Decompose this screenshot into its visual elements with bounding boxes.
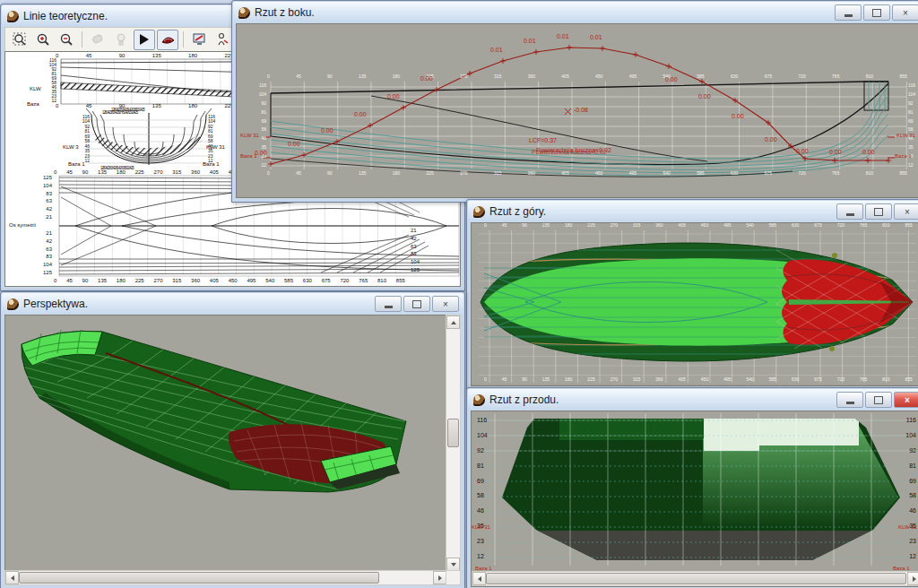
toolbar-render-hull-button[interactable]: [157, 30, 178, 50]
app-icon: [473, 394, 485, 406]
toolbar-separator: [183, 31, 184, 48]
toolbar-bulb-button[interactable]: [110, 30, 132, 50]
front-view-canvas[interactable]: 1161049281695846352312 11610492816958463…: [471, 411, 918, 587]
toolbar-separator: [82, 31, 82, 48]
scroll-left-button[interactable]: [472, 572, 486, 585]
toolbar-fill-black-button[interactable]: [134, 30, 155, 50]
toolbar-zoom-out-button[interactable]: [56, 30, 77, 50]
scroll-right-button[interactable]: [907, 572, 918, 585]
window-rzut-z-boku: Rzut z boku. ×: [231, 0, 918, 203]
mdi-desktop: Linie teoretyczne.: [0, 0, 918, 588]
perspective-canvas[interactable]: [4, 315, 447, 572]
toolbar-zoom-in-button[interactable]: [32, 30, 54, 50]
close-button[interactable]: ×: [894, 392, 918, 408]
scroll-right-button[interactable]: [433, 571, 446, 584]
app-icon: [7, 298, 19, 310]
side-view-drawing: [237, 24, 918, 198]
vertical-scroll-thumb[interactable]: [447, 419, 459, 447]
toolbar-zoom-window-button[interactable]: [9, 30, 30, 50]
restore-button[interactable]: [865, 392, 892, 408]
restore-button[interactable]: [863, 4, 890, 21]
front-view-drawing: [472, 411, 918, 571]
window-perspektywa: Perspektywa. ×: [0, 291, 465, 588]
window-title: Rzut z góry.: [489, 205, 546, 218]
minimize-button[interactable]: [836, 203, 863, 220]
side-view-canvas[interactable]: 0459013518022527031536040545049554058563…: [236, 23, 918, 198]
window-rzut-z-przodu: Rzut z przodu. ×: [466, 387, 918, 588]
toolbar-plot-button[interactable]: [212, 30, 233, 50]
minimize-button[interactable]: [835, 4, 862, 21]
top-view-canvas[interactable]: 0459013518022527031536040545049554058563…: [471, 222, 918, 386]
close-button[interactable]: ×: [892, 4, 918, 21]
scroll-up-button[interactable]: [446, 316, 460, 329]
horizontal-scroll-thumb[interactable]: [19, 572, 379, 584]
toolbar-spray-button[interactable]: [87, 30, 108, 50]
scroll-down-button[interactable]: [446, 558, 460, 571]
window-rzut-z-gory: Rzut z góry. ×: [466, 199, 918, 391]
window-title: Perspektywa.: [23, 298, 88, 310]
perspective-drawing: [5, 316, 447, 572]
window-title: Linie teoretyczne.: [23, 10, 108, 22]
top-view-drawing: [472, 223, 918, 386]
scrollbar-corner: [446, 570, 461, 585]
app-icon: [7, 11, 19, 22]
scroll-left-button[interactable]: [5, 571, 19, 584]
window-title: Rzut z przodu.: [489, 393, 559, 406]
minimize-button[interactable]: [836, 392, 863, 408]
minimize-button[interactable]: [375, 296, 402, 312]
restore-button[interactable]: [865, 203, 892, 220]
app-icon: [238, 7, 250, 19]
close-button[interactable]: ×: [432, 296, 459, 312]
restore-button[interactable]: [403, 296, 430, 312]
vertical-scrollbar[interactable]: [446, 315, 461, 572]
app-icon: [473, 206, 485, 218]
close-button[interactable]: ×: [894, 203, 918, 220]
window-title: Rzut z boku.: [255, 6, 315, 19]
horizontal-scroll-thumb[interactable]: [486, 573, 906, 584]
toolbar-screen-button[interactable]: [188, 30, 210, 50]
horizontal-scrollbar[interactable]: [4, 570, 447, 585]
horizontal-scrollbar[interactable]: [472, 571, 918, 586]
titlebar-rzut-z-boku[interactable]: Rzut z boku.: [233, 2, 918, 23]
